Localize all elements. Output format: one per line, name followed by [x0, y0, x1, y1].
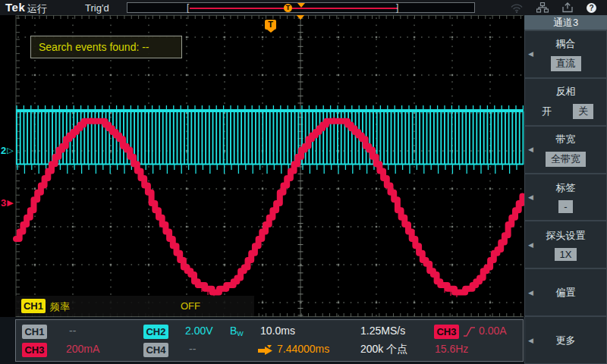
- ch3-scale: 200mA: [66, 343, 99, 355]
- trigger-level-badge: T: [265, 20, 276, 30]
- oscilloscope-screen: Search events found: -- T 2▷ 3▶ CH1 频率 O…: [0, 0, 607, 364]
- window-bracket-right: ]: [396, 2, 398, 13]
- trigger-level: 0.00A: [479, 325, 507, 337]
- ch2-scale: 2.00V: [185, 325, 213, 337]
- top-status-bar: Tek 运行 Trig'd [ ] T: [0, 0, 607, 15]
- label-value[interactable]: -: [558, 200, 572, 213]
- wifi-icon[interactable]: [510, 2, 524, 13]
- chevron-left-icon: ◀: [528, 241, 533, 249]
- menu-section-offset[interactable]: ◀ 偏置: [525, 269, 606, 315]
- menu-section-label[interactable]: ◀ 标签 -: [525, 174, 606, 221]
- trigger-status: Trig'd: [85, 2, 109, 14]
- measurement-type-label: 频率: [50, 300, 70, 314]
- trigger-level-pointer: [267, 30, 275, 33]
- ch4-scale: --: [189, 343, 196, 355]
- record-trigger-icon: T: [284, 4, 292, 12]
- chevron-left-icon: ◀: [528, 50, 533, 58]
- bottom-readout-strip: CH1 -- CH2 2.00V BW CH3 200mA CH4 -- 10.…: [0, 317, 524, 364]
- probe-value[interactable]: 1X: [555, 248, 577, 261]
- channel3-ground-marker[interactable]: 3▶: [1, 196, 14, 209]
- network-icon[interactable]: [536, 2, 549, 13]
- measurement-bar[interactable]: CH1 频率 OFF: [15, 296, 254, 316]
- delay-arrow-icon: [257, 344, 274, 356]
- trigger-position-icon[interactable]: [296, 14, 305, 20]
- sample-rate: 1.25MS/s: [360, 325, 405, 337]
- channel2-marker-arrow-icon: ▷: [7, 146, 13, 155]
- section-label: 探头设置: [546, 229, 586, 243]
- section-label: 耦合: [556, 37, 576, 51]
- ch1-badge[interactable]: CH1: [22, 325, 47, 339]
- menu-section-invert[interactable]: 反相 开 关: [525, 79, 606, 125]
- coupling-value[interactable]: 直流: [551, 56, 581, 71]
- section-label: 偏置: [556, 286, 576, 300]
- channel3-marker-arrow-icon: ▶: [7, 198, 13, 208]
- readout-panel: CH1 -- CH2 2.00V BW CH3 200mA CH4 -- 10.…: [15, 319, 524, 362]
- chevron-left-icon: ◀: [528, 337, 533, 344]
- record-line: [190, 8, 398, 9]
- rising-edge-icon: [463, 326, 476, 337]
- section-label: 带宽: [556, 133, 576, 146]
- ch2-badge[interactable]: CH2: [143, 325, 168, 339]
- channel2-ground-marker[interactable]: 2▷: [1, 144, 14, 156]
- ch1-scale: --: [69, 325, 76, 337]
- horizontal-scale[interactable]: 10.0ms: [260, 325, 295, 337]
- ch4-badge[interactable]: CH4: [143, 343, 168, 357]
- delay-time[interactable]: 7.44000ms: [277, 343, 329, 355]
- measurement-channel-badge[interactable]: CH1: [21, 299, 46, 313]
- help-icon[interactable]: ?: [587, 3, 596, 13]
- invert-on-option[interactable]: 开: [542, 105, 552, 118]
- section-label: 标签: [556, 181, 576, 195]
- channel2-marker-label: 2: [1, 145, 6, 156]
- acquisition-status: 运行: [27, 2, 47, 16]
- side-menu-channel3: 通道3 ◀ 耦合 直流 反相 开 关 ◀ 带宽 全带宽 ◀ 标签: [524, 15, 607, 364]
- section-label: 反相: [556, 85, 576, 99]
- menu-section-coupling[interactable]: ◀ 耦合 直流: [525, 31, 606, 77]
- waveform-display: Search events found: -- T 2▷ 3▶ CH1 频率 O…: [0, 0, 524, 364]
- tek-logo: Tek: [5, 1, 25, 14]
- menu-section-probe-setup[interactable]: ◀ 探头设置 1X: [525, 221, 606, 268]
- section-label: 更多: [556, 334, 576, 347]
- record-length: 200k 个点: [360, 343, 407, 356]
- menu-section-bandwidth[interactable]: ◀ 带宽 全带宽: [525, 127, 606, 173]
- measurement-value: OFF: [181, 300, 200, 312]
- trigger-source-badge[interactable]: CH3: [434, 325, 459, 339]
- ch3-badge[interactable]: CH3: [22, 343, 47, 357]
- bandwidth-value[interactable]: 全带宽: [546, 152, 586, 167]
- wave-record-view[interactable]: [ ] T: [127, 2, 475, 13]
- chevron-left-icon: ◀: [528, 193, 533, 201]
- export-icon[interactable]: [561, 2, 574, 13]
- search-events-banner: Search events found: --: [30, 36, 182, 58]
- record-expansion-icon: [297, 3, 305, 8]
- window-bracket-left: [: [187, 2, 189, 13]
- channel3-marker-label: 3: [1, 197, 6, 209]
- trigger-frequency: 15.6Hz: [435, 343, 468, 355]
- chevron-left-icon: ◀: [528, 289, 533, 297]
- invert-off-option[interactable]: 关: [573, 104, 593, 119]
- menu-section-more[interactable]: ◀ 更多: [525, 317, 606, 363]
- side-menu-title: 通道3: [524, 15, 607, 30]
- chevron-left-icon: ◀: [528, 146, 533, 153]
- trigger-level-icon[interactable]: T: [265, 20, 276, 33]
- ch2-bandwidth-icon: BW: [230, 325, 244, 337]
